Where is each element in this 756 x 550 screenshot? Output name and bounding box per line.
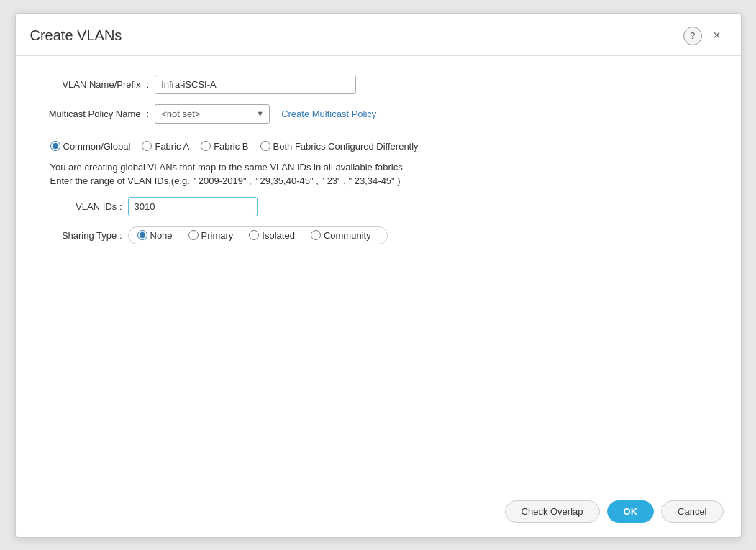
fabric-radio-group: Common/Global Fabric A Fabric B Both Fab… bbox=[33, 134, 724, 156]
ok-button[interactable]: OK bbox=[607, 500, 655, 523]
sharing-none[interactable]: None bbox=[137, 230, 173, 241]
sharing-type-row: Sharing Type : None Primary Isolated Com… bbox=[33, 226, 724, 244]
dialog-title: Create VLANs bbox=[30, 27, 122, 44]
sharing-community-label: Community bbox=[324, 230, 371, 241]
info-line2: Enter the range of VLAN IDs.(e.g. " 2009… bbox=[50, 174, 724, 188]
vlan-name-input[interactable] bbox=[155, 75, 356, 94]
vlan-name-label: VLAN Name/Prefix bbox=[33, 79, 141, 90]
radio-common-label: Common/Global bbox=[63, 141, 131, 152]
multicast-policy-label: Multicast Policy Name bbox=[33, 109, 141, 119]
sharing-primary-label: Primary bbox=[201, 230, 234, 241]
radio-both-label: Both Fabrics Configured Differently bbox=[273, 141, 419, 152]
radio-fabric-a[interactable]: Fabric A bbox=[142, 141, 189, 152]
radio-fabric-a-label: Fabric A bbox=[155, 141, 189, 152]
multicast-policy-row: Multicast Policy Name : <not set> ▼ Crea… bbox=[33, 104, 724, 124]
info-line1: You are creating global VLANs that map t… bbox=[50, 160, 724, 175]
radio-fabric-b[interactable]: Fabric B bbox=[201, 141, 248, 152]
radio-fabric-b-label: Fabric B bbox=[214, 141, 248, 152]
dialog-body: VLAN Name/Prefix : Multicast Policy Name… bbox=[16, 63, 741, 302]
dialog-footer: Check Overlap OK Cancel bbox=[505, 500, 724, 523]
vlan-ids-label: VLAN IDs : bbox=[50, 201, 122, 212]
sharing-community[interactable]: Community bbox=[311, 230, 371, 241]
header-icons: ? × bbox=[683, 27, 727, 45]
close-button[interactable]: × bbox=[708, 27, 727, 45]
check-overlap-button[interactable]: Check Overlap bbox=[505, 500, 600, 523]
info-text: You are creating global VLANs that map t… bbox=[33, 156, 724, 197]
multicast-policy-select[interactable]: <not set> bbox=[155, 104, 270, 124]
vlan-ids-input[interactable] bbox=[128, 197, 258, 216]
vlan-name-row: VLAN Name/Prefix : bbox=[33, 75, 724, 94]
sharing-isolated-label: Isolated bbox=[262, 230, 295, 241]
help-button[interactable]: ? bbox=[683, 27, 702, 45]
create-vlans-dialog: Create VLANs ? × VLAN Name/Prefix : Mult… bbox=[15, 13, 742, 538]
cancel-button[interactable]: Cancel bbox=[661, 500, 723, 523]
sharing-isolated[interactable]: Isolated bbox=[249, 230, 295, 241]
radio-common-global[interactable]: Common/Global bbox=[50, 141, 131, 152]
create-multicast-link[interactable]: Create Multicast Policy bbox=[281, 109, 376, 119]
dialog-header: Create VLANs ? × bbox=[16, 14, 741, 55]
sharing-primary[interactable]: Primary bbox=[188, 230, 234, 241]
radio-both-fabrics[interactable]: Both Fabrics Configured Differently bbox=[260, 141, 419, 152]
sharing-type-label: Sharing Type : bbox=[50, 230, 122, 241]
sharing-none-label: None bbox=[150, 230, 173, 241]
sharing-options-group: None Primary Isolated Community bbox=[128, 226, 388, 244]
vlan-ids-row: VLAN IDs : bbox=[33, 197, 724, 216]
header-divider bbox=[16, 55, 741, 56]
multicast-policy-select-wrapper: <not set> ▼ bbox=[155, 104, 270, 124]
